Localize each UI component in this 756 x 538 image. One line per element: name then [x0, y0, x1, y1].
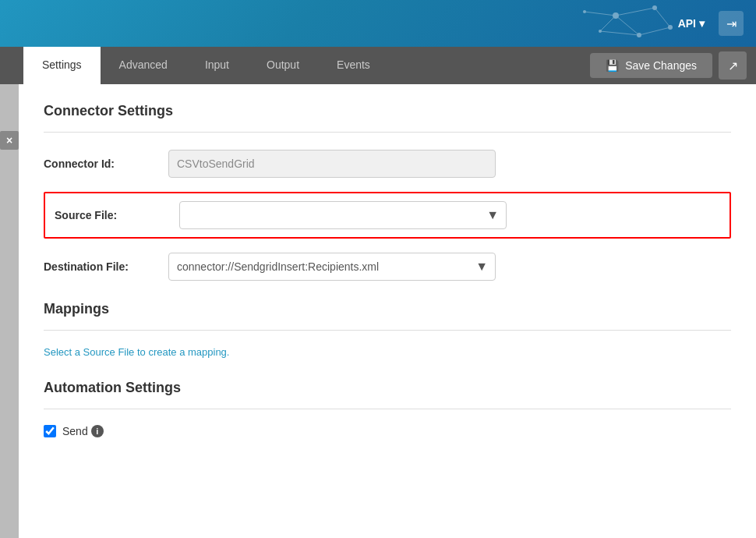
- svg-line-7: [655, 8, 670, 27]
- connector-id-label: Connector Id:: [44, 158, 168, 170]
- automation-section: Automation Settings Send i: [44, 380, 731, 437]
- destination-file-select[interactable]: connector://SendgridInsert:Recipients.xm…: [168, 253, 496, 281]
- logout-button[interactable]: ⇥: [719, 11, 744, 36]
- tab-events[interactable]: Events: [318, 47, 389, 84]
- source-file-label: Source File:: [55, 209, 179, 221]
- destination-file-label: Destination File:: [44, 260, 168, 273]
- header-actions: API ▾ ⇥: [670, 11, 744, 36]
- close-icon: ×: [0, 131, 19, 150]
- save-changes-button[interactable]: 💾 Save Changes: [590, 53, 712, 78]
- sidebar-toggle[interactable]: ×: [0, 84, 19, 538]
- mappings-note: Select a Source File to create a mapping…: [44, 346, 731, 358]
- destination-file-select-wrapper: connector://SendgridInsert:Recipients.xm…: [168, 253, 496, 281]
- mappings-section: Mappings Select a Source File to create …: [44, 301, 731, 358]
- svg-line-12: [600, 31, 639, 35]
- open-external-button[interactable]: ↗: [719, 51, 747, 80]
- connector-settings-title: Connector Settings: [44, 103, 731, 119]
- tab-settings[interactable]: Settings: [23, 47, 101, 84]
- connector-id-input[interactable]: [168, 150, 496, 178]
- mappings-divider: [44, 330, 731, 331]
- section-divider: [44, 132, 731, 133]
- open-external-icon: ↗: [728, 58, 738, 73]
- mappings-title: Mappings: [44, 301, 731, 317]
- svg-line-8: [639, 27, 670, 35]
- tab-output[interactable]: Output: [248, 47, 318, 84]
- connector-settings-section: Connector Settings Connector Id: Source …: [44, 103, 731, 282]
- tab-bar: Settings Advanced Input Output Events 💾 …: [0, 47, 756, 84]
- svg-line-6: [616, 8, 655, 16]
- info-icon[interactable]: i: [91, 425, 104, 437]
- tab-input[interactable]: Input: [186, 47, 248, 84]
- send-checkbox-row: Send i: [44, 425, 731, 437]
- destination-file-row: Destination File: connector://SendgridIn…: [44, 251, 731, 282]
- send-checkbox[interactable]: [44, 425, 56, 437]
- source-file-select-wrapper: ▼: [179, 201, 507, 229]
- automation-divider: [44, 409, 731, 409]
- exit-icon: ⇥: [726, 16, 737, 31]
- save-icon: 💾: [606, 59, 619, 72]
- api-dropdown-button[interactable]: API ▾: [670, 12, 712, 34]
- app-header: API ▾ ⇥: [0, 0, 756, 47]
- svg-line-11: [585, 12, 616, 16]
- main-wrapper: × Connector Settings Connector Id: Sourc…: [0, 84, 756, 538]
- svg-line-10: [600, 16, 616, 31]
- tab-advanced[interactable]: Advanced: [101, 47, 186, 84]
- connector-id-row: Connector Id:: [44, 148, 731, 179]
- automation-title: Automation Settings: [44, 380, 731, 396]
- tabbar-actions: 💾 Save Changes ↗: [590, 47, 756, 84]
- send-label: Send i: [62, 425, 104, 437]
- source-file-highlighted-row: Source File: ▼: [44, 192, 731, 239]
- svg-line-9: [616, 16, 639, 35]
- source-file-select[interactable]: [179, 201, 507, 229]
- main-content: Connector Settings Connector Id: Source …: [19, 84, 756, 538]
- chevron-down-icon: ▾: [699, 17, 705, 30]
